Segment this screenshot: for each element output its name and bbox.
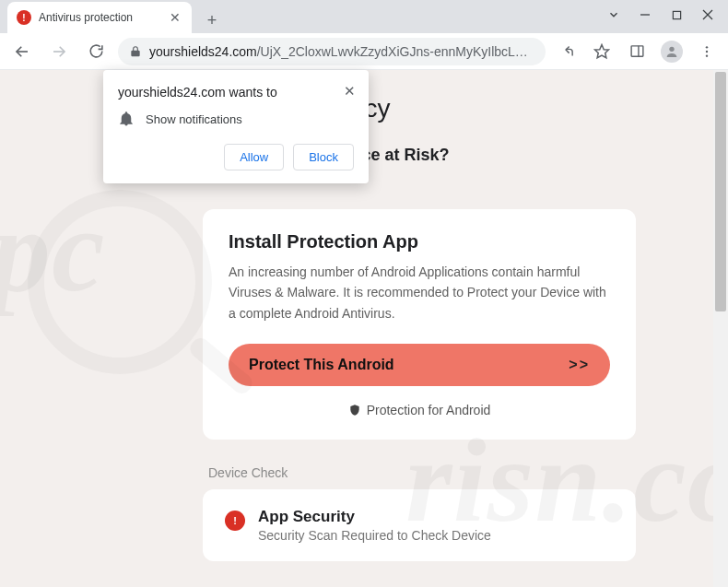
- tab-search-chevron-icon[interactable]: [601, 2, 627, 28]
- page-title-fragment: acy: [350, 94, 673, 123]
- app-security-card[interactable]: ! App Security Security Scan Required to…: [203, 489, 636, 561]
- shield-icon: [348, 404, 361, 417]
- arrow-icon: >>: [569, 357, 590, 373]
- appsec-title: App Security: [258, 508, 491, 526]
- window-maximize-button[interactable]: [663, 2, 689, 28]
- share-icon[interactable]: [553, 38, 581, 65]
- lock-icon: [129, 45, 142, 58]
- bell-icon: [118, 111, 135, 127]
- window-close-button[interactable]: [695, 2, 721, 28]
- popup-close-icon[interactable]: ✕: [340, 79, 359, 103]
- card-title: Install Protection App: [229, 231, 610, 252]
- alert-icon: !: [225, 511, 245, 531]
- device-check-label: Device Check: [208, 465, 673, 480]
- browser-toolbar: yourshields24.com/UjX_2CloxwLwvkZzydXiGJ…: [0, 33, 728, 70]
- scrollbar-track[interactable]: [713, 70, 728, 587]
- svg-point-11: [706, 50, 708, 52]
- scrollbar-thumb[interactable]: [715, 72, 726, 311]
- popup-title: yourshields24.com wants to: [118, 85, 354, 100]
- svg-marker-6: [595, 44, 609, 57]
- side-panel-icon[interactable]: [623, 38, 651, 65]
- svg-rect-7: [631, 46, 643, 56]
- svg-rect-1: [673, 11, 680, 18]
- address-bar[interactable]: yourshields24.com/UjX_2CloxwLwvkZzydXiGJ…: [118, 38, 546, 65]
- appsec-subtitle: Security Scan Required to Check Device: [258, 528, 491, 543]
- install-protection-card: Install Protection App An increasing num…: [203, 209, 636, 440]
- profile-avatar-icon[interactable]: [658, 38, 686, 65]
- svg-point-10: [706, 46, 708, 48]
- protect-android-button[interactable]: Protect This Android >>: [229, 344, 610, 386]
- new-tab-button[interactable]: +: [199, 7, 225, 33]
- tab-title: Antivirus protection: [39, 11, 160, 24]
- nav-forward-button[interactable]: [44, 37, 74, 66]
- allow-button[interactable]: Allow: [224, 144, 284, 170]
- kebab-menu-icon[interactable]: [693, 38, 721, 65]
- nav-reload-button[interactable]: [81, 37, 111, 66]
- block-button[interactable]: Block: [293, 144, 354, 170]
- url-text: yourshields24.com/UjX_2CloxwLwvkZzydXiGJ…: [149, 44, 534, 59]
- bookmark-star-icon[interactable]: [588, 38, 616, 65]
- nav-back-button[interactable]: [7, 37, 37, 66]
- window-titlebar: Antivirus protection ✕ +: [0, 0, 728, 33]
- card-subtext: Protection for Android: [229, 403, 610, 417]
- alert-favicon-icon: [17, 10, 31, 25]
- notification-permission-popup: ✕ yourshields24.com wants to Show notifi…: [103, 70, 369, 183]
- card-description: An increasing number of Android Applicat…: [229, 262, 610, 323]
- svg-point-12: [706, 54, 708, 56]
- window-minimize-button[interactable]: [632, 2, 658, 28]
- tab-close-icon[interactable]: ✕: [168, 10, 182, 25]
- cta-label: Protect This Android: [249, 357, 394, 373]
- browser-tab[interactable]: Antivirus protection ✕: [7, 2, 192, 33]
- svg-point-9: [669, 46, 674, 51]
- popup-permission-label: Show notifications: [146, 112, 242, 126]
